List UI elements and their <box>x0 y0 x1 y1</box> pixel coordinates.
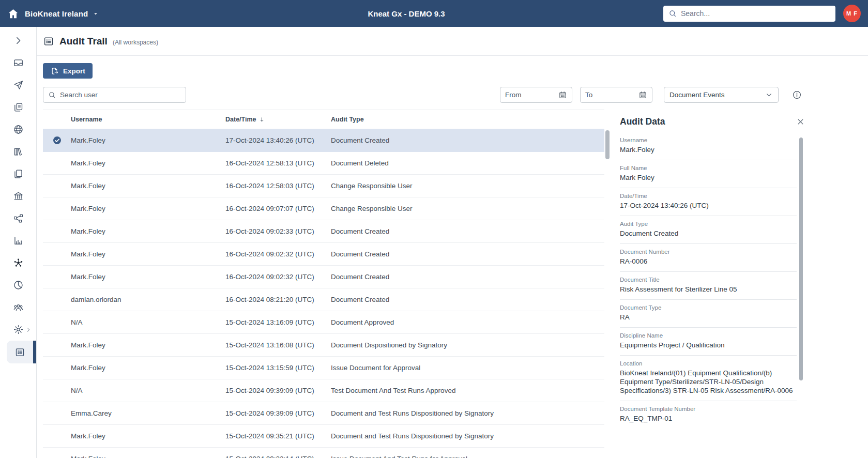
sidebar-item-analytics[interactable] <box>0 274 36 296</box>
sidebar-item-send[interactable] <box>0 74 36 96</box>
sort-descending-icon <box>258 116 265 123</box>
cell-datetime: 16-Oct-2024 12:58:03 (UTC) <box>225 182 331 190</box>
library-icon <box>13 146 24 157</box>
sidebar-item-expand[interactable] <box>0 29 36 52</box>
cell-username: N/A <box>71 318 225 326</box>
caret-down-icon <box>93 11 99 17</box>
search-icon <box>48 91 56 99</box>
filter-bar: Document Events <box>37 87 868 103</box>
sidebar-item-global[interactable] <box>0 118 36 141</box>
table-row[interactable]: Mark.Foley16-Oct-2024 09:02:33 (UTC)Docu… <box>43 220 604 243</box>
table-row[interactable]: Emma.Carey15-Oct-2024 09:39:09 (UTC)Docu… <box>43 402 604 425</box>
date-to-input[interactable] <box>585 91 638 99</box>
panel-field-value: Mark.Foley <box>620 145 797 154</box>
table-scrollbar-thumb[interactable] <box>605 130 610 159</box>
cell-audit-type: Document and Test Runs Dispositioned by … <box>331 409 604 417</box>
cell-datetime: 15-Oct-2024 13:15:59 (UTC) <box>225 364 331 372</box>
export-label: Export <box>63 67 85 75</box>
column-header-audit-type[interactable]: Audit Type <box>331 116 604 123</box>
table-row[interactable]: Mark.Foley16-Oct-2024 09:07:07 (UTC)Chan… <box>43 197 604 220</box>
table-row[interactable]: Mark.Foley17-Oct-2024 13:40:26 (UTC)Docu… <box>43 129 604 152</box>
table-row[interactable]: N/A15-Oct-2024 13:16:09 (UTC)Document Ap… <box>43 311 604 334</box>
table-row[interactable]: Mark.Foley16-Oct-2024 12:58:13 (UTC)Docu… <box>43 152 604 175</box>
user-avatar[interactable]: M F <box>843 5 861 22</box>
panel-scrollbar-thumb[interactable] <box>799 138 803 380</box>
table-row[interactable]: Mark.Foley16-Oct-2024 09:02:32 (UTC)Docu… <box>43 266 604 288</box>
event-type-select[interactable]: Document Events <box>664 87 779 103</box>
search-icon <box>668 9 677 18</box>
sidebar-item-reports[interactable] <box>0 230 36 252</box>
cell-datetime: 16-Oct-2024 09:02:32 (UTC) <box>225 250 331 258</box>
global-search <box>663 6 835 22</box>
panel-field: Audit TypeDocument Created <box>620 216 797 244</box>
audit-data-panel: Audit Data UsernameMark.FoleyFull NameMa… <box>612 110 868 458</box>
date-from-input[interactable] <box>505 91 558 99</box>
table-row[interactable]: Mark.Foley16-Oct-2024 12:58:03 (UTC)Chan… <box>43 175 604 197</box>
event-type-value: Document Events <box>669 91 725 99</box>
cell-username: Emma.Carey <box>71 409 225 417</box>
global-search-input[interactable] <box>681 9 830 18</box>
search-user-input[interactable] <box>60 91 181 99</box>
export-button[interactable]: Export <box>43 63 93 79</box>
panel-scrollbar <box>799 136 803 454</box>
cell-datetime: 15-Oct-2024 09:39:09 (UTC) <box>225 409 331 417</box>
audit-list-icon <box>14 347 25 358</box>
panel-field: Discipline NameEquipments Project / Qual… <box>620 328 797 356</box>
sidebar-item-network[interactable] <box>0 252 36 274</box>
cell-audit-type: Document Created <box>331 250 604 258</box>
sidebar-item-library[interactable] <box>0 141 36 163</box>
table-header: Username Date/Time Audit Type <box>43 110 604 129</box>
panel-field-label: Username <box>620 137 797 143</box>
copy-document-icon <box>13 102 24 113</box>
sidebar-item-organization[interactable] <box>0 185 36 207</box>
table-row[interactable]: Mark.Foley16-Oct-2024 09:02:32 (UTC)Docu… <box>43 243 604 266</box>
table-row[interactable]: Mark.Foley15-Oct-2024 09:33:14 (UTC)Issu… <box>43 448 604 458</box>
table-row[interactable]: damian.oriordan16-Oct-2024 08:21:20 (UTC… <box>43 288 604 311</box>
cell-username: Mark.Foley <box>71 182 225 190</box>
panel-field: Date/Time17-Oct-2024 13:40:26 (UTC) <box>620 188 797 216</box>
info-icon[interactable] <box>792 90 802 100</box>
column-header-datetime[interactable]: Date/Time <box>225 116 331 123</box>
cell-datetime: 15-Oct-2024 13:16:09 (UTC) <box>225 318 331 326</box>
cell-username: Mark.Foley <box>71 136 225 144</box>
page-header: Audit Trail (All workspaces) <box>37 27 868 56</box>
toolbar: Export <box>37 56 868 79</box>
sidebar <box>0 27 37 458</box>
close-icon[interactable] <box>796 117 805 126</box>
table-row[interactable]: Mark.Foley15-Oct-2024 09:35:21 (UTC)Docu… <box>43 425 604 448</box>
pie-chart-icon <box>13 280 24 291</box>
navbar-right: M F <box>663 5 861 22</box>
sidebar-item-inbox[interactable] <box>0 52 36 74</box>
sidebar-item-users[interactable] <box>0 296 36 318</box>
panel-field-value: BioKneat Ireland/(01) Equipment Qualific… <box>620 369 797 395</box>
workspace-switcher[interactable]: BioKneat Ireland <box>7 8 99 20</box>
panel-field: UsernameMark.Foley <box>620 132 797 160</box>
sidebar-item-pages[interactable] <box>0 163 36 185</box>
cell-audit-type: Document Deleted <box>331 159 604 167</box>
sidebar-item-documents[interactable] <box>0 96 36 118</box>
sidebar-item-audit-trail[interactable] <box>7 341 36 363</box>
cell-audit-type: Document Approved <box>331 318 604 326</box>
calendar-icon[interactable] <box>558 90 567 99</box>
home-icon[interactable] <box>7 8 19 20</box>
table-row[interactable]: Mark.Foley15-Oct-2024 13:15:59 (UTC)Issu… <box>43 357 604 379</box>
sidebar-item-settings[interactable] <box>0 318 36 341</box>
search-user-box <box>43 87 186 103</box>
table-row[interactable]: Mark.Foley15-Oct-2024 13:16:08 (UTC)Docu… <box>43 334 604 357</box>
date-event-filters: Document Events <box>500 87 802 103</box>
cell-audit-type: Document and Test Runs Dispositioned by … <box>331 432 604 440</box>
calendar-icon[interactable] <box>638 90 647 99</box>
panel-field-label: Document Number <box>620 249 797 255</box>
panel-field-value: Equipments Project / Qualification <box>620 341 797 349</box>
pages-icon <box>13 169 24 179</box>
bank-icon <box>13 191 24 202</box>
paper-plane-icon <box>13 80 24 90</box>
table-row[interactable]: N/A15-Oct-2024 09:39:09 (UTC)Test Docume… <box>43 379 604 402</box>
app-title: Kneat Gx - DEMO 9.3 <box>368 9 445 18</box>
cell-username: N/A <box>71 387 225 394</box>
sidebar-item-workflow[interactable] <box>0 207 36 230</box>
column-header-username[interactable]: Username <box>71 116 225 123</box>
workspace-name: BioKneat Ireland <box>25 9 88 18</box>
panel-field-value: Risk Assessment for Sterilizer Line 05 <box>620 285 797 294</box>
panel-field-label: Document Template Number <box>620 406 797 412</box>
